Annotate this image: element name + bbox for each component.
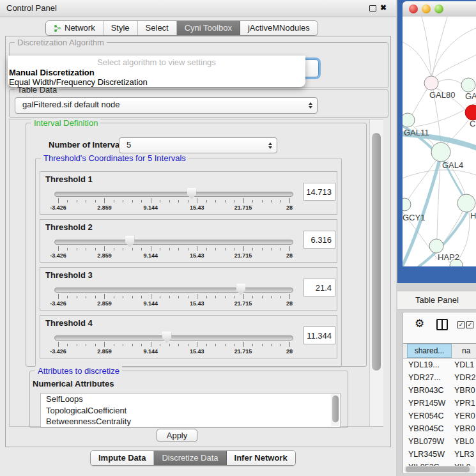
table-row[interactable]: YPR145WYPR1 — [403, 397, 476, 410]
threshold-2-slider[interactable]: -3.4262.8599.14415.4321.71528 — [58, 238, 289, 261]
table-row[interactable]: YBL079WYBL0 — [403, 435, 476, 448]
list-item[interactable]: SelfLoops — [41, 394, 340, 405]
tab-select[interactable]: Select — [138, 21, 177, 35]
slider-scale-label: 28 — [286, 300, 293, 307]
slider-tick — [77, 248, 77, 250]
slider-tick — [132, 296, 133, 298]
zoom-traffic-light-icon[interactable] — [434, 4, 443, 13]
threshold-4-slider[interactable]: -3.4262.8599.14415.4321.71528 — [58, 334, 289, 357]
slider-tick — [252, 200, 253, 203]
list-scrollbar[interactable] — [331, 394, 339, 426]
checkbox-icon[interactable]: ✓ — [466, 321, 473, 328]
column-header-shared-name[interactable]: shared... — [407, 344, 452, 358]
cell: YLR345W — [408, 448, 445, 461]
slider-tick — [225, 248, 226, 250]
slider-ticks — [58, 246, 289, 252]
slider-track[interactable] — [54, 192, 293, 197]
slider-tick — [77, 344, 77, 346]
numerical-attributes-heading: Numerical Attributes — [33, 379, 114, 388]
slider-tick — [67, 200, 68, 203]
tab-infer-network[interactable]: Infer Network — [227, 451, 295, 465]
slider-tick — [262, 248, 263, 250]
tab-cyni-toolbox[interactable]: Cyni Toolbox — [177, 21, 240, 35]
tab-network[interactable]: Network — [46, 21, 104, 35]
tab-impute-data[interactable]: Impute Data — [91, 451, 154, 465]
list-scrollbar-thumb[interactable] — [332, 395, 339, 422]
network-graph[interactable]: GAL80 GA C GAL11 GAL4 GCY1 H HAP2 — [403, 17, 476, 266]
slider-track[interactable] — [54, 288, 293, 293]
slider-track[interactable] — [54, 240, 293, 245]
tab-discretize-data[interactable]: Discretize Data — [154, 451, 226, 465]
slider-track[interactable] — [54, 335, 293, 341]
slider-scale-label: 21.715 — [234, 348, 252, 355]
threshold-4-value-field[interactable]: 11.344 — [303, 326, 335, 344]
horizontal-scrollbar[interactable] — [404, 466, 475, 473]
gear-icon[interactable]: ⚙ — [415, 317, 424, 330]
node-highlighted-red[interactable] — [465, 105, 476, 120]
slider-tick — [86, 296, 86, 298]
popup-item-manual-discretization[interactable]: Manual Discretization — [8, 68, 305, 77]
table-row[interactable]: YBR043CYBR0 — [403, 384, 476, 397]
float-window-icon[interactable] — [369, 5, 376, 12]
table-row[interactable]: YDL19...YDL1 — [403, 358, 476, 371]
slider-tick — [58, 198, 59, 203]
slider-tick — [95, 248, 96, 250]
table-data-combobox[interactable]: galFiltered.sif default node — [15, 97, 318, 114]
tab-jactivemnodules[interactable]: jActiveMNodules — [240, 21, 318, 35]
threshold-3-value-field[interactable]: 21.4 — [303, 279, 335, 296]
apply-button[interactable]: Apply — [157, 429, 197, 442]
node-label: GCY1 — [403, 213, 425, 222]
threshold-3-slider[interactable]: -3.4262.8599.14415.4321.71528 — [58, 286, 289, 309]
minimize-traffic-light-icon[interactable] — [422, 4, 431, 13]
threshold-2-value-field[interactable]: 6.316 — [303, 231, 335, 249]
list-item[interactable]: TopologicalCoefficient — [41, 405, 340, 417]
list-item[interactable]: BetweennessCentrality — [41, 416, 340, 427]
cell: YPR145W — [408, 397, 445, 410]
slider-tick — [215, 296, 216, 298]
algorithm-dropdown-popup: Select algorithm to view settings Manual… — [8, 56, 305, 87]
slider-tick — [178, 296, 179, 298]
threshold-4-label: Threshold 4 — [45, 318, 93, 328]
close-icon[interactable]: ✖ — [380, 3, 387, 12]
vertical-scrollbar-thumb[interactable] — [372, 133, 381, 371]
tab-style[interactable]: Style — [104, 21, 138, 35]
node-gal11[interactable] — [403, 113, 415, 127]
table-row[interactable]: YBR045CYBR0 — [403, 422, 476, 435]
node-h[interactable] — [457, 194, 475, 212]
number-of-intervals-combobox[interactable]: 5 — [119, 137, 277, 153]
vertical-scrollbar[interactable] — [369, 119, 383, 426]
threshold-3-label: Threshold 3 — [45, 270, 93, 280]
threshold-1-value-field[interactable]: 14.713 — [303, 183, 335, 201]
table-header-row: shared... na — [403, 343, 476, 358]
threshold-1-panel: Threshold 1 -3.4262.8599.14415.4321.7152… — [40, 171, 337, 215]
slider-scale-label: 21.715 — [234, 204, 252, 211]
slider-tick — [289, 342, 290, 347]
slider-tick — [67, 344, 68, 346]
split-view-icon[interactable] — [436, 319, 448, 330]
slider-tick — [132, 200, 133, 203]
node-gal4[interactable] — [431, 142, 450, 162]
table-row[interactable]: YDR27...YDR2 — [403, 371, 476, 384]
slider-tick — [104, 246, 105, 251]
close-traffic-light-icon[interactable] — [409, 4, 418, 13]
node-ga[interactable] — [461, 78, 475, 92]
network-canvas[interactable]: GAL80 GA C GAL11 GAL4 GCY1 H HAP2 — [403, 17, 476, 266]
slider-tick — [151, 246, 151, 251]
bottom-tab-bar: Impute Data Discretize Data Infer Networ… — [90, 450, 296, 466]
cell: YDL19... — [408, 358, 440, 371]
node-hap2[interactable] — [429, 239, 443, 253]
number-of-intervals-label: Number of Intervals — [49, 140, 127, 150]
number-of-intervals-value: 5 — [119, 138, 277, 152]
threshold-1-slider[interactable]: -3.4262.8599.14415.4321.71528 — [58, 190, 289, 213]
node-label: GAL80 — [429, 90, 455, 100]
table-row[interactable]: YLR345WYLR3 — [403, 448, 476, 461]
horizontal-scrollbar-thumb[interactable] — [406, 466, 470, 472]
node-gcy1[interactable] — [403, 198, 411, 211]
slider-tick — [271, 296, 272, 298]
checkbox-icon[interactable]: ✓ — [457, 321, 464, 328]
table-row[interactable]: YER054CYER0 — [403, 410, 476, 422]
node-gal80[interactable] — [424, 76, 438, 90]
slider-tick — [67, 296, 68, 298]
popup-item-equal-width[interactable]: Equal Width/Frequency Discretization — [8, 77, 305, 87]
column-header-name[interactable]: na — [452, 344, 476, 358]
